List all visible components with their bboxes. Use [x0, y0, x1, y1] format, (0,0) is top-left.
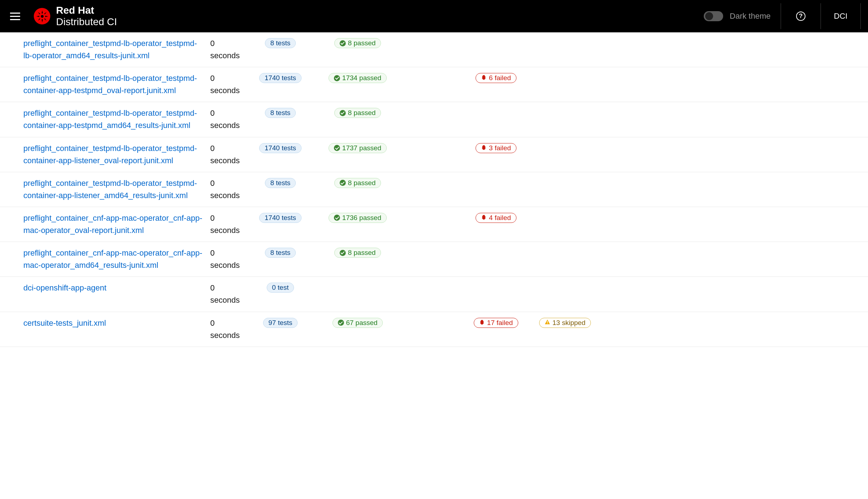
failed-badge: 17 failed [474, 318, 518, 328]
bug-icon [479, 319, 485, 327]
tests-count-badge: 0 test [267, 283, 294, 293]
check-circle-icon [334, 75, 340, 81]
check-circle-icon [340, 40, 346, 46]
result-file-link[interactable]: preflight_container_cnf-app-mac-operator… [23, 214, 202, 235]
table-row: dci-openshift-app-agent0seconds0 test [0, 277, 868, 312]
check-circle-icon [334, 145, 340, 151]
app-header: Red Hat Distributed CI Dark theme ? DCI [0, 0, 868, 32]
duration: 0seconds [210, 37, 253, 62]
duration: 0seconds [210, 107, 253, 132]
duration: 0seconds [210, 317, 253, 342]
result-file-link[interactable]: certsuite-tests_junit.xml [23, 319, 106, 328]
dci-button[interactable]: DCI [821, 0, 860, 32]
duration: 0seconds [210, 177, 253, 202]
tests-count-badge: 8 tests [265, 248, 296, 258]
brand-text: Red Hat Distributed CI [56, 5, 117, 28]
svg-point-0 [41, 15, 43, 17]
failed-badge: 4 failed [476, 213, 516, 223]
hamburger-menu-button[interactable] [7, 10, 23, 23]
dci-label: DCI [834, 12, 848, 21]
bug-icon [481, 144, 487, 152]
result-file-link[interactable]: preflight_container_cnf-app-mac-operator… [23, 248, 202, 270]
table-row: preflight_container_testpmd-lb-operator_… [0, 102, 868, 137]
table-row: preflight_container_testpmd-lb-operator_… [0, 137, 868, 172]
result-file-link[interactable]: preflight_container_testpmd-lb-operator_… [23, 144, 197, 165]
tests-count-badge: 97 tests [263, 318, 298, 328]
tests-count-badge: 1740 tests [259, 213, 302, 223]
check-circle-icon [340, 250, 346, 256]
check-circle-icon [338, 320, 344, 326]
duration: 0seconds [210, 282, 253, 306]
tests-count-badge: 1740 tests [259, 143, 302, 153]
divider [860, 3, 861, 29]
failed-badge: 6 failed [476, 73, 516, 83]
theme-label: Dark theme [730, 12, 771, 21]
dark-theme-toggle[interactable] [704, 11, 723, 21]
redhat-logo-icon [34, 8, 50, 24]
result-file-link[interactable]: dci-openshift-app-agent [23, 283, 106, 292]
tests-count-badge: 8 tests [265, 108, 296, 118]
table-row: preflight_container_testpmd-lb-operator_… [0, 172, 868, 207]
passed-badge: 8 passed [334, 248, 381, 258]
check-circle-icon [340, 110, 346, 116]
brand-logo[interactable]: Red Hat Distributed CI [34, 5, 117, 28]
result-file-link[interactable]: preflight_container_testpmd-lb-operator_… [23, 74, 197, 95]
result-file-link[interactable]: preflight_container_testpmd-lb-operator_… [23, 179, 197, 200]
duration: 0seconds [210, 72, 253, 97]
table-row: certsuite-tests_junit.xml0seconds97 test… [0, 312, 868, 347]
bug-icon [481, 214, 487, 222]
tests-count-badge: 8 tests [265, 178, 296, 188]
passed-badge: 67 passed [332, 318, 383, 328]
table-row: preflight_container_testpmd-lb-operator_… [0, 32, 868, 67]
warning-icon [545, 319, 550, 327]
duration: 0seconds [210, 142, 253, 167]
duration: 0seconds [210, 212, 253, 237]
table-row: preflight_container_testpmd-lb-operator_… [0, 67, 868, 102]
passed-badge: 8 passed [334, 108, 381, 118]
theme-toggle-group: Dark theme [704, 11, 781, 21]
help-icon: ? [796, 12, 805, 21]
passed-badge: 8 passed [334, 178, 381, 188]
passed-badge: 1737 passed [329, 143, 387, 153]
check-circle-icon [334, 215, 340, 221]
bug-icon [481, 74, 487, 82]
passed-badge: 1734 passed [329, 73, 387, 83]
help-button[interactable]: ? [781, 0, 821, 32]
check-circle-icon [340, 180, 346, 186]
passed-badge: 1736 passed [329, 213, 387, 223]
table-row: preflight_container_cnf-app-mac-operator… [0, 242, 868, 277]
failed-badge: 3 failed [476, 143, 516, 153]
results-table: preflight_container_testpmd-lb-operator_… [0, 32, 868, 347]
skipped-badge: 13 skipped [539, 318, 591, 328]
passed-badge: 8 passed [334, 38, 381, 48]
duration: 0seconds [210, 247, 253, 271]
table-row: preflight_container_cnf-app-mac-operator… [0, 207, 868, 242]
tests-count-badge: 1740 tests [259, 73, 302, 83]
tests-count-badge: 8 tests [265, 38, 296, 48]
svg-rect-1 [547, 321, 548, 323]
brand-line1: Red Hat [56, 5, 117, 16]
svg-rect-2 [547, 323, 548, 324]
brand-line2: Distributed CI [56, 16, 117, 28]
result-file-link[interactable]: preflight_container_testpmd-lb-operator_… [23, 109, 197, 130]
result-file-link[interactable]: preflight_container_testpmd-lb-operator_… [23, 39, 197, 60]
